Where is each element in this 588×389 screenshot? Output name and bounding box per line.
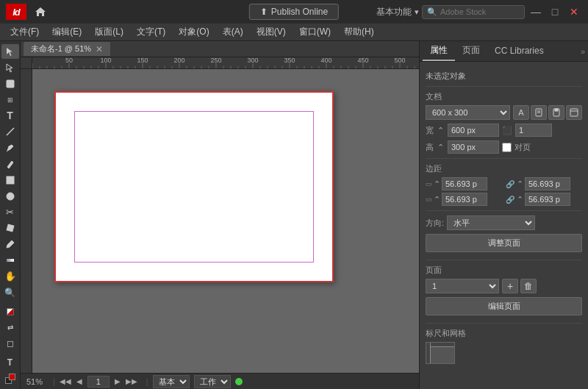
pages-input[interactable] [515, 124, 552, 137]
ruler-grid-controls [426, 342, 582, 364]
svg-rect-14 [555, 109, 558, 111]
icon-text-btn[interactable]: A [513, 105, 529, 120]
tool-gap[interactable]: ⊞ [1, 93, 19, 107]
link-margins-icon[interactable]: 🔗 [505, 179, 515, 189]
menu-file[interactable]: 文件(F) [4, 24, 45, 40]
ruler-h-canvas [32, 57, 419, 69]
publish-online-button[interactable]: ⬆ Publish Online [249, 4, 339, 20]
tool-scissors[interactable]: ✂ [1, 205, 19, 220]
margin-right-input[interactable] [525, 177, 570, 190]
page-number-input[interactable] [87, 376, 110, 388]
menu-layout[interactable]: 版面(L) [89, 24, 129, 40]
preset-row: 600 x 300 1920 x 1080 A4 A [426, 105, 582, 120]
preset-select[interactable]: 600 x 300 1920 x 1080 A4 [426, 105, 510, 120]
tool-swap-colors[interactable]: ⇄ [1, 321, 19, 335]
canvas-viewport[interactable] [32, 69, 419, 373]
orientation-label: 方向: [426, 218, 444, 229]
minimize-button[interactable]: — [528, 4, 544, 20]
margin-bottom-item: ▭ ⌃ [426, 193, 503, 206]
margin-top-icon: ▭ [426, 180, 432, 188]
margin-left-input[interactable] [525, 193, 570, 206]
publish-icon: ⬆ [260, 7, 268, 17]
ruler-corner [21, 57, 32, 69]
facing-label: 对页 [514, 142, 531, 153]
svg-rect-0 [7, 80, 14, 88]
tool-color-group[interactable] [1, 371, 19, 386]
tool-transform[interactable] [1, 221, 19, 235]
search-bar[interactable]: 🔍 [422, 5, 525, 19]
tab-cc-libraries[interactable]: CC Libraries [487, 43, 551, 60]
icon-settings-btn[interactable] [566, 105, 582, 120]
margin-bottom-input[interactable] [442, 193, 487, 206]
tool-ellipse[interactable] [1, 189, 19, 204]
search-input[interactable] [440, 7, 514, 16]
tool-page[interactable] [1, 76, 19, 91]
tool-eyedropper[interactable] [1, 237, 19, 251]
feature-arrow[interactable]: ▾ [415, 7, 419, 17]
mode-select[interactable]: 基本 预览 [153, 375, 190, 388]
facing-pages-check[interactable] [502, 143, 512, 152]
menu-object[interactable]: 对象(O) [173, 24, 215, 40]
divider-4 [426, 260, 582, 260]
page-add-del: + 🗑 [502, 279, 537, 293]
tool-text[interactable]: T [1, 108, 19, 123]
svg-rect-8 [7, 224, 14, 232]
orientation-select[interactable]: 水平 垂直 [447, 215, 535, 230]
nav-next[interactable]: ▶ [112, 376, 123, 388]
icon-save-btn[interactable] [548, 105, 564, 120]
doc-tab-label: 未命名-1 @ 51% [31, 43, 91, 54]
app-logo: Id [6, 4, 26, 20]
menu-table[interactable]: 表(A) [217, 24, 249, 40]
ruler-vertical [21, 69, 32, 373]
close-button[interactable]: ✕ [566, 4, 582, 20]
menu-view[interactable]: 视图(V) [251, 24, 292, 40]
tool-view-mode[interactable]: ◻ [1, 336, 19, 351]
margin-right-item: 🔗 ⌃ [505, 177, 582, 190]
workspace-select[interactable]: 工作 [194, 375, 231, 388]
home-icon-btn[interactable] [32, 4, 49, 20]
del-page-btn[interactable]: 🗑 [520, 279, 537, 293]
nav-prev[interactable]: ◀ [74, 376, 85, 388]
nav-first[interactable]: ◀◀ [60, 376, 71, 388]
maximize-button[interactable]: □ [547, 4, 563, 20]
link-margins-icon2[interactable]: 🔗 [505, 194, 515, 204]
edit-page-button[interactable]: 编辑页面 [426, 297, 582, 315]
divider-1 [426, 86, 582, 87]
add-page-btn[interactable]: + [502, 279, 518, 293]
margin-top-input[interactable] [442, 177, 487, 190]
divider-3 [426, 210, 582, 211]
tab-pages[interactable]: 页面 [455, 41, 487, 61]
tool-gradient[interactable] [1, 253, 19, 268]
tool-zoom[interactable]: 🔍 [1, 285, 19, 300]
status-bar: 51% | ◀◀ ◀ ▶ ▶▶ | 基本 预览 工作 [21, 373, 419, 389]
tool-pen[interactable] [1, 140, 19, 155]
divider-2 [426, 158, 582, 159]
facing-pages-row: 对页 [502, 142, 531, 153]
doc-tab-close[interactable]: ✕ [96, 44, 103, 54]
tool-pencil[interactable] [1, 157, 19, 171]
doc-tab[interactable]: 未命名-1 @ 51% ✕ [24, 42, 110, 56]
no-selection-label: 未选定对象 [426, 71, 582, 82]
width-row: 宽 ⌃ ⬛ [426, 124, 582, 137]
panel-expand-btn[interactable]: » [581, 47, 585, 56]
nav-last[interactable]: ▶▶ [126, 376, 137, 388]
menu-help[interactable]: 帮助(H) [338, 24, 380, 40]
search-icon: 🔍 [427, 7, 437, 17]
tool-direct-select[interactable] [1, 60, 19, 75]
tool-hand[interactable]: ✋ [1, 269, 19, 284]
tool-line[interactable] [1, 124, 19, 139]
tool-rect[interactable] [1, 173, 19, 188]
tool-selection[interactable] [1, 44, 19, 59]
svg-point-7 [7, 193, 14, 200]
tool-text2[interactable]: T [1, 355, 19, 370]
tab-properties[interactable]: 属性 [423, 41, 455, 61]
icon-doc1-btn[interactable] [531, 105, 547, 120]
menu-text[interactable]: 文字(T) [131, 24, 171, 40]
menu-edit[interactable]: 编辑(E) [46, 24, 87, 40]
tool-color-swatch[interactable] [1, 304, 19, 319]
menu-window[interactable]: 窗口(W) [293, 24, 337, 40]
width-input[interactable] [448, 124, 499, 137]
page-select[interactable]: 1 [426, 279, 499, 293]
height-input[interactable] [448, 140, 499, 154]
adjust-page-button[interactable]: 调整页面 [426, 234, 582, 252]
